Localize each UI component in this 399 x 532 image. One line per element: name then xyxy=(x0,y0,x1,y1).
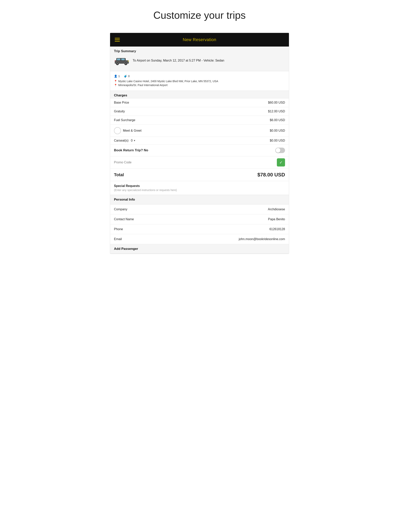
carseat-left: Carseat(s) 0 ▼ xyxy=(114,139,135,142)
dropoff-address: Minneapolis/St. Paul International Airpo… xyxy=(118,83,167,87)
toggle-knob xyxy=(276,148,280,153)
carseat-label: Carseat(s) xyxy=(114,139,129,142)
pickup-pin-icon: 📍 xyxy=(114,80,117,83)
email-value: john.moon@bookridesonline.com xyxy=(239,237,285,241)
trip-details-section: 👤 1 🧳 0 📍 Mystic Lake Casino Hotel, 2400… xyxy=(110,71,289,91)
phone-row: Phone 612618128 xyxy=(110,224,289,234)
fuel-surcharge-value: $6.00 USD xyxy=(270,118,285,122)
total-label: Total xyxy=(114,172,124,177)
total-row: Total $78.00 USD xyxy=(110,169,289,181)
base-price-row: Base Price $60.00 USD xyxy=(110,98,289,107)
hamburger-line-2 xyxy=(115,39,120,40)
contact-name-label: Contact Name xyxy=(114,217,134,221)
email-label: Email xyxy=(114,237,122,241)
promo-code-submit-button[interactable]: ✓ xyxy=(277,158,285,166)
promo-code-row: ✓ xyxy=(110,156,289,169)
personal-info-title: Personal Info xyxy=(114,198,135,201)
company-row: Company Archdiosese xyxy=(110,204,289,214)
meet-greet-label: Meet & Greet xyxy=(114,127,142,134)
trip-meta: 👤 1 🧳 0 xyxy=(114,74,285,78)
dropoff-location-row: 📍 Minneapolis/St. Paul International Air… xyxy=(114,83,285,87)
special-requests-section: Special Requests (Enter any specialized … xyxy=(110,181,289,195)
promo-code-input[interactable] xyxy=(114,161,275,164)
total-value: $78.00 USD xyxy=(257,172,285,178)
special-requests-title: Special Requests xyxy=(114,184,285,188)
base-price-value: $60.00 USD xyxy=(268,101,285,104)
special-requests-placeholder: (Enter any specialized instructions or r… xyxy=(114,189,285,192)
book-return-label: Book Return Trip? No xyxy=(114,148,148,152)
company-value: Archdiosese xyxy=(268,208,285,211)
hamburger-line-1 xyxy=(115,38,120,38)
charges-title: Charges xyxy=(114,94,127,97)
carseat-quantity-selector[interactable]: 0 ▼ xyxy=(131,139,136,142)
luggage-icon: 🧳 xyxy=(124,75,127,78)
luggage-count: 🧳 0 xyxy=(124,74,129,78)
book-return-toggle[interactable] xyxy=(275,148,285,153)
luggage-number: 0 xyxy=(128,74,129,78)
add-passenger-title: Add Passenger xyxy=(114,247,138,251)
app-header: New Reservation xyxy=(110,33,289,47)
fuel-surcharge-row: Fuel Surcharge $6.00 USD xyxy=(110,116,289,125)
carseat-quantity: 0 xyxy=(131,139,133,142)
pickup-location-row: 📍 Mystic Lake Casino Hotel, 2400 Mystic … xyxy=(114,80,285,83)
meet-greet-value: $0.00 USD xyxy=(270,129,285,133)
contact-name-value: Papa Benito xyxy=(268,217,285,221)
company-label: Company xyxy=(114,208,127,211)
add-passenger-header: Add Passenger xyxy=(110,244,289,254)
personal-info-header: Personal Info xyxy=(110,195,289,204)
passenger-number: 1 xyxy=(118,74,120,78)
header-title: New Reservation xyxy=(183,37,216,42)
svg-point-7 xyxy=(125,63,126,64)
book-return-row: Book Return Trip? No xyxy=(110,145,289,156)
car-icon xyxy=(114,56,129,65)
hamburger-line-3 xyxy=(115,41,120,42)
checkmark-icon: ✓ xyxy=(279,160,283,165)
trip-row: To Airport on Sunday, March 12, 2017 at … xyxy=(114,56,285,65)
base-price-label: Base Price xyxy=(114,101,129,104)
chevron-down-icon: ▼ xyxy=(134,139,136,142)
trip-summary-section: Trip Summary To Airport on Sunday, March… xyxy=(110,47,289,71)
pickup-address: Mystic Lake Casino Hotel, 2400 Mystic La… xyxy=(118,80,218,83)
svg-rect-3 xyxy=(121,59,125,60)
hamburger-menu-button[interactable] xyxy=(115,38,120,42)
meet-greet-toggle[interactable] xyxy=(114,127,121,134)
svg-rect-8 xyxy=(128,61,129,62)
meet-greet-text: Meet & Greet xyxy=(123,129,142,133)
meet-greet-row: Meet & Greet $0.00 USD xyxy=(110,125,289,137)
contact-name-row: Contact Name Papa Benito xyxy=(110,214,289,224)
gratuity-value: $12.00 USD xyxy=(268,110,285,113)
app-container: New Reservation Trip Summary To Airport … xyxy=(110,33,289,254)
phone-label: Phone xyxy=(114,228,123,231)
svg-rect-9 xyxy=(115,61,116,61)
gratuity-label: Gratuity xyxy=(114,110,125,113)
gratuity-row: Gratuity $12.00 USD xyxy=(110,107,289,116)
page-title: Customize your trips xyxy=(106,0,293,33)
trip-description: To Airport on Sunday, March 12, 2017 at … xyxy=(133,59,224,62)
trip-summary-title: Trip Summary xyxy=(114,49,285,53)
dropoff-pin-icon: 📍 xyxy=(114,84,117,87)
svg-point-5 xyxy=(117,63,118,64)
email-row: Email john.moon@bookridesonline.com xyxy=(110,234,289,244)
passenger-count: 👤 1 xyxy=(114,74,120,78)
svg-rect-2 xyxy=(117,59,120,60)
carseat-row: Carseat(s) 0 ▼ $0.00 USD xyxy=(110,137,289,145)
fuel-surcharge-label: Fuel Surcharge xyxy=(114,118,135,122)
phone-value: 612618128 xyxy=(270,228,285,231)
carseat-value: $0.00 USD xyxy=(270,139,285,142)
charges-header: Charges xyxy=(110,91,289,98)
person-icon: 👤 xyxy=(114,75,117,78)
